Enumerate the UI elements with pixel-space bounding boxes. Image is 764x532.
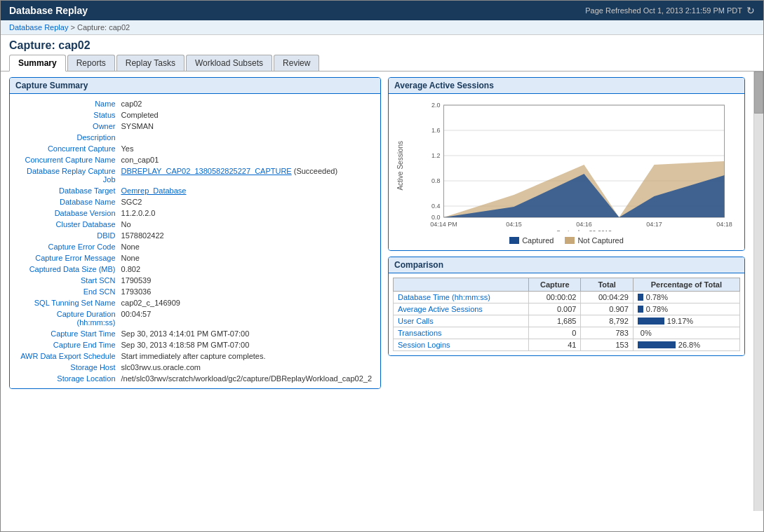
legend-captured: Captured xyxy=(509,236,554,245)
svg-text:0.0: 0.0 xyxy=(431,214,441,221)
page-title: Capture: cap02 xyxy=(9,39,91,51)
field-awr-schedule: AWR Data Export Schedule Start immediate… xyxy=(15,350,375,362)
field-capture-duration: Capture Duration (hh:mm:ss) 00:04:57 xyxy=(15,308,375,328)
page-title-bar: Capture: cap02 xyxy=(1,35,763,52)
app-title: Database Replay xyxy=(9,5,88,16)
legend-not-captured-label: Not Captured xyxy=(577,236,623,245)
legend-captured-color xyxy=(509,237,519,244)
field-concurrent-capture-name: Concurrent Capture Name con_cap01 xyxy=(15,154,375,165)
field-start-scn: Start SCN 1790539 xyxy=(15,275,375,286)
field-description: Description xyxy=(15,132,375,143)
svg-text:1.6: 1.6 xyxy=(431,127,441,134)
comparison-row-user-calls: User Calls 1,685 8,792 19.17% xyxy=(394,315,740,327)
db-target-link[interactable]: Oemrep_Database xyxy=(121,186,187,195)
breadcrumb-current: Capture: cap02 xyxy=(77,23,130,32)
legend-captured-label: Captured xyxy=(522,236,554,245)
comparison-row-transactions: Transactions 0 783 0% xyxy=(394,327,740,339)
comparison-header-row: Capture Total Percentage of Total xyxy=(394,278,740,292)
capture-summary-box: Capture Summary Name cap02 Status xyxy=(9,77,381,389)
field-name: Name cap02 xyxy=(15,98,375,109)
legend-not-captured-color xyxy=(565,237,575,244)
breadcrumb-parent[interactable]: Database Replay xyxy=(9,23,68,32)
svg-text:04:15: 04:15 xyxy=(506,221,522,228)
svg-text:2.0: 2.0 xyxy=(431,102,441,109)
field-storage-location: Storage Location /net/slc03rwv/scratch/w… xyxy=(15,373,375,384)
comparison-body: Capture Total Percentage of Total Databa… xyxy=(389,273,744,355)
svg-text:0.8: 0.8 xyxy=(431,177,441,184)
main-scroll-area[interactable]: Capture Summary Name cap02 Status xyxy=(1,71,753,511)
field-end-scn: End SCN 1793036 xyxy=(15,286,375,297)
left-panel: Capture Summary Name cap02 Status xyxy=(9,77,381,507)
comparison-row-avg-sessions: Average Active Sessions 0.007 0.907 0.78… xyxy=(394,303,740,315)
tabs-bar: Summary Reports Replay Tasks Workload Su… xyxy=(1,52,763,71)
pct-bar-avg-sessions: 0.78% xyxy=(638,305,735,313)
comparison-row-session-logins: Session Logins 41 153 26.8% xyxy=(394,339,740,351)
field-sql-tunning: SQL Tunning Set Name cap02_c_146909 xyxy=(15,297,375,308)
main-two-col: Capture Summary Name cap02 Status xyxy=(1,71,753,511)
pct-bar-session-logins: 26.8% xyxy=(638,341,735,349)
scrollbar-track[interactable] xyxy=(753,71,763,511)
chart-svg: 2.0 1.6 1.2 0.8 0.4 0.0 xyxy=(407,98,740,231)
svg-text:September 30 2013: September 30 2013 xyxy=(556,229,612,231)
breadcrumb-separator: > xyxy=(70,23,76,32)
tab-reports[interactable]: Reports xyxy=(67,55,115,71)
legend-not-captured: Not Captured xyxy=(565,236,623,245)
svg-text:04:17: 04:17 xyxy=(646,221,662,228)
comparison-row-db-time: Database Time (hh:mm:ss) 00:00:02 00:04:… xyxy=(394,292,740,303)
field-dbid: DBID 1578802422 xyxy=(15,230,375,241)
tab-workload-subsets[interactable]: Workload Subsets xyxy=(186,55,272,71)
capture-summary-body: Name cap02 Status Completed Owner xyxy=(10,94,380,388)
field-db-version: Database Version 11.2.0.2.0 xyxy=(15,207,375,219)
capture-info-table: Name cap02 Status Completed Owner xyxy=(15,98,375,384)
refresh-icon[interactable]: ↻ xyxy=(746,5,755,16)
refresh-info: Page Refreshed Oct 1, 2013 2:11:59 PM PD… xyxy=(585,5,755,16)
field-db-name: Database Name SGC2 xyxy=(15,196,375,207)
field-data-size: Captured Data Size (MB) 0.802 xyxy=(15,264,375,275)
comparison-box: Comparison Capture Total Percentage of xyxy=(388,257,745,356)
field-capture-start: Capture Start Time Sep 30, 2013 4:14:01 … xyxy=(15,328,375,339)
svg-text:0.4: 0.4 xyxy=(431,203,441,210)
pct-bar-user-calls: 19.17% xyxy=(638,317,735,325)
breadcrumb: Database Replay > Capture: cap02 xyxy=(1,20,763,35)
chart-legend: Captured Not Captured xyxy=(393,233,740,246)
refresh-text: Page Refreshed Oct 1, 2013 2:11:59 PM PD… xyxy=(585,6,742,15)
field-concurrent-capture: Concurrent Capture Yes xyxy=(15,143,375,154)
chart-body: Active Sessions xyxy=(389,94,744,250)
tab-summary[interactable]: Summary xyxy=(9,55,66,71)
avg-sessions-chart-box: Average Active Sessions Active Sessions xyxy=(388,77,745,251)
capture-summary-header: Capture Summary xyxy=(10,78,380,94)
svg-text:04:14 PM: 04:14 PM xyxy=(430,221,457,228)
field-capture-job: Database Replay Capture Job DBREPLAY_CAP… xyxy=(15,165,375,185)
field-db-target: Database Target Oemrep_Database xyxy=(15,185,375,196)
comparison-table: Capture Total Percentage of Total Databa… xyxy=(393,278,740,351)
comparison-header: Comparison xyxy=(389,257,744,273)
field-error-msg: Capture Error Message None xyxy=(15,252,375,264)
right-panel: Average Active Sessions Active Sessions xyxy=(381,77,745,507)
chart-header: Average Active Sessions xyxy=(389,78,744,94)
scrollbar-thumb[interactable] xyxy=(754,71,763,114)
content-area: Capture Summary Name cap02 Status xyxy=(1,71,753,511)
pct-bar-transactions: 0% xyxy=(638,329,735,337)
capture-job-link[interactable]: DBREPLAY_CAP02_1380582825227_CAPTURE xyxy=(121,167,292,175)
field-capture-end: Capture End Time Sep 30, 2013 4:18:58 PM… xyxy=(15,339,375,350)
tab-review[interactable]: Review xyxy=(274,55,319,71)
svg-text:04:18: 04:18 xyxy=(716,221,732,228)
tab-replay-tasks[interactable]: Replay Tasks xyxy=(116,55,185,71)
field-storage-host: Storage Host slc03rwv.us.oracle.com xyxy=(15,362,375,373)
field-cluster-db: Cluster Database No xyxy=(15,219,375,230)
svg-text:04:16: 04:16 xyxy=(576,221,592,228)
y-axis-label: Active Sessions xyxy=(396,141,404,191)
field-owner: Owner SYSMAN xyxy=(15,121,375,132)
svg-text:1.2: 1.2 xyxy=(431,152,441,159)
app-header: Database Replay Page Refreshed Oct 1, 20… xyxy=(1,1,763,20)
field-status: Status Completed xyxy=(15,109,375,121)
field-error-code: Capture Error Code None xyxy=(15,241,375,252)
pct-bar-db-time: 0.78% xyxy=(638,293,735,301)
